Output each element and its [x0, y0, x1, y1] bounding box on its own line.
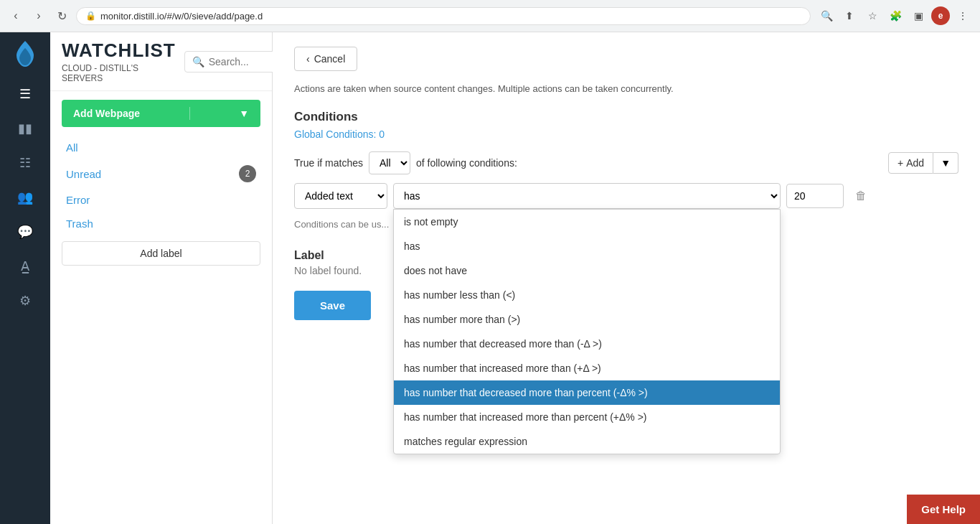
nav-error-label: Error: [66, 194, 90, 206]
conditions-title: Conditions: [294, 110, 958, 124]
cancel-chevron-icon: ‹: [306, 53, 310, 65]
sidebar-nav-translate[interactable]: A̲: [7, 251, 43, 282]
doc-icon: ☷: [19, 155, 31, 171]
chart-icon: ▮▮: [18, 121, 32, 136]
extension-button[interactable]: 🧩: [885, 6, 905, 26]
operator-dropdown: is not empty has does not have has numbe…: [393, 209, 781, 454]
dropdown-option-has-number-less[interactable]: has number less than (<): [394, 283, 780, 307]
dropdown-option-has-number-increased-percent[interactable]: has number that increased more than perc…: [394, 405, 780, 429]
address-bar: 🔒 monitor.distill.io/#/w/0/sieve/add/pag…: [76, 7, 811, 25]
nav-unread-label: Unread: [66, 168, 101, 180]
global-conditions-link[interactable]: Global Conditions: 0: [294, 128, 958, 140]
people-icon: 👥: [17, 190, 33, 205]
browser-chrome: ‹ › ↻ 🔒 monitor.distill.io/#/w/0/sieve/a…: [0, 0, 980, 32]
nav-item-error[interactable]: Error: [62, 188, 260, 212]
unread-badge: 2: [239, 165, 256, 182]
sidebar-nav-list[interactable]: ☰: [7, 78, 43, 110]
app-header: WATCHLIST CLOUD - DISTILL'S SERVERS 🔍 ✉ …: [50, 32, 272, 91]
sidebar-nav-settings[interactable]: ⚙: [7, 285, 43, 317]
condition-operator-select[interactable]: has: [393, 183, 781, 209]
nav-items: All Unread 2 Error Trash: [50, 136, 272, 235]
cancel-row: ‹ Cancel: [294, 47, 958, 71]
forward-button[interactable]: ›: [30, 7, 47, 24]
app-wrapper: ☰ ▮▮ ☷ 👥 💬 A̲ ⚙ WATCHLIST CLOUD - DISTIL…: [0, 32, 980, 524]
condition-value-input[interactable]: [786, 184, 844, 208]
add-condition-group: + Add ▼: [888, 152, 958, 174]
conditions-note-text1: Conditions can be us: [294, 219, 381, 230]
icon-sidebar: ☰ ▮▮ ☷ 👥 💬 A̲ ⚙: [0, 32, 50, 524]
logo-button[interactable]: [11, 39, 39, 68]
nav-all-label: All: [66, 141, 78, 154]
zoom-button[interactable]: 🔍: [816, 6, 837, 26]
left-nav: WATCHLIST CLOUD - DISTILL'S SERVERS 🔍 ✉ …: [50, 32, 273, 524]
dropdown-option-is-not-empty[interactable]: is not empty: [394, 210, 780, 234]
sidebar-nav-chat[interactable]: 💬: [7, 216, 43, 248]
condition-type-select[interactable]: Added text: [294, 183, 387, 209]
add-label-button[interactable]: Add label: [62, 241, 260, 266]
search-icon: 🔍: [192, 56, 204, 67]
add-condition-dropdown-button[interactable]: ▼: [933, 152, 958, 174]
sidebar-nav-people[interactable]: 👥: [7, 182, 43, 213]
save-button[interactable]: Save: [294, 291, 371, 320]
add-label: Add: [906, 157, 924, 169]
sidebar-nav-doc[interactable]: ☷: [7, 147, 43, 179]
nav-item-trash[interactable]: Trash: [62, 212, 260, 235]
plus-icon: +: [897, 157, 903, 169]
window-button[interactable]: ▣: [908, 6, 928, 26]
chat-icon: 💬: [17, 224, 33, 240]
logo-icon: [14, 39, 37, 68]
browser-actions: 🔍 ⬆ ☆ 🧩 ▣ e ⋮: [816, 6, 973, 26]
info-text: Actions are taken when source content ch…: [294, 83, 958, 95]
add-condition-button[interactable]: + Add: [888, 152, 933, 174]
reload-button[interactable]: ↻: [53, 7, 70, 24]
gear-icon: ⚙: [19, 293, 31, 309]
dropdown-divider: [189, 107, 190, 120]
profile-circle[interactable]: e: [931, 6, 950, 25]
nav-item-all[interactable]: All: [62, 136, 260, 159]
dropdown-option-matches-regex[interactable]: matches regular expression: [394, 429, 780, 454]
dropdown-option-has-number-decreased-percent[interactable]: has number that decreased more than perc…: [394, 380, 780, 405]
add-webpage-button[interactable]: Add Webpage ▼: [62, 100, 260, 127]
dropdown-option-has-number-increased[interactable]: has number that increased more than (+Δ …: [394, 356, 780, 380]
back-button[interactable]: ‹: [7, 7, 24, 24]
watchlist-title: WATCHLIST: [62, 39, 176, 62]
share-button[interactable]: ⬆: [839, 6, 859, 26]
dropdown-option-does-not-have[interactable]: does not have: [394, 258, 780, 283]
lock-icon: 🔒: [85, 11, 96, 21]
header-titles: WATCHLIST CLOUD - DISTILL'S SERVERS: [62, 39, 176, 83]
match-all-select[interactable]: All: [369, 151, 410, 174]
dropdown-option-has-number-more[interactable]: has number more than (>): [394, 307, 780, 332]
cancel-button[interactable]: ‹ Cancel: [294, 47, 357, 71]
main-content: ‹ Cancel Actions are taken when source c…: [273, 32, 980, 524]
menu-button[interactable]: ⋮: [953, 6, 973, 26]
dropdown-option-has[interactable]: has: [394, 234, 780, 258]
list-icon: ☰: [19, 86, 31, 102]
following-label: of following conditions:: [416, 157, 517, 169]
cloud-subtitle: CLOUD - DISTILL'S SERVERS: [62, 63, 176, 83]
cancel-label: Cancel: [314, 53, 346, 65]
operator-container: has is not empty has does not have has n…: [393, 183, 781, 209]
add-webpage-label: Add Webpage: [73, 108, 140, 119]
nav-item-unread[interactable]: Unread 2: [62, 159, 260, 188]
delete-condition-button[interactable]: 🗑: [849, 187, 872, 205]
bookmark-button[interactable]: ☆: [862, 6, 882, 26]
condition-inputs-row: Added text has is not empty has does not…: [294, 183, 958, 209]
add-webpage-chevron-icon: ▼: [239, 108, 249, 119]
dropdown-option-has-number-decreased[interactable]: has number that decreased more than (-Δ …: [394, 332, 780, 356]
get-help-button[interactable]: Get Help: [907, 495, 980, 524]
url-text: monitor.distill.io/#/w/0/sieve/add/page.…: [100, 11, 263, 22]
nav-trash-label: Trash: [66, 217, 93, 230]
true-if-label: True if matches: [294, 157, 363, 169]
conditions-row: True if matches All of following conditi…: [294, 151, 958, 174]
sidebar-nav-chart[interactable]: ▮▮: [7, 113, 43, 144]
translate-icon: A̲: [21, 258, 29, 274]
